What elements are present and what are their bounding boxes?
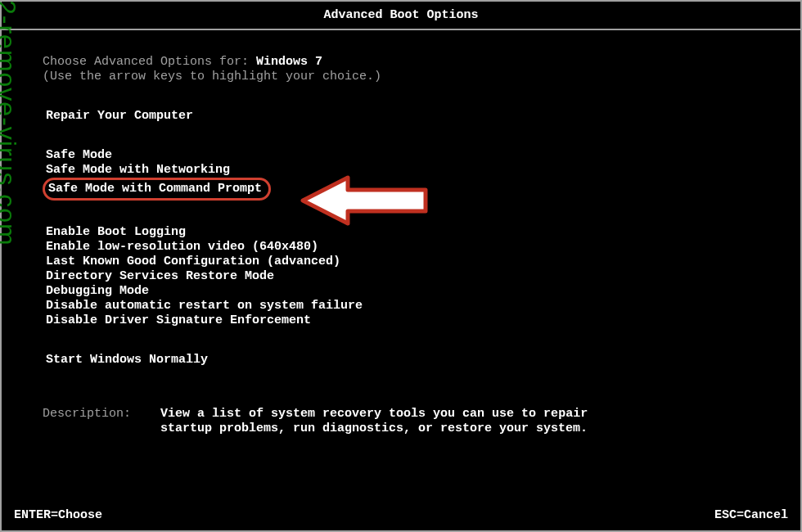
menu-boot-logging[interactable]: Enable Boot Logging: [43, 225, 189, 240]
description-text-1: View a list of system recovery tools you…: [160, 407, 588, 421]
menu-directory-restore[interactable]: Directory Services Restore Mode: [43, 269, 277, 284]
menu-safe-mode-cmd-highlighted[interactable]: Safe Mode with Command Prompt: [43, 178, 271, 201]
menu-repair-section: Repair Your Computer: [43, 109, 759, 124]
menu-start-normally[interactable]: Start Windows Normally: [43, 353, 211, 367]
intro-line: Choose Advanced Options for: Windows 7: [43, 55, 759, 70]
menu-debugging[interactable]: Debugging Mode: [43, 284, 152, 299]
arrow-icon: [295, 164, 442, 237]
description-block: Description: View a list of system recov…: [43, 407, 759, 436]
menu-normal-section: Start Windows Normally: [43, 353, 759, 367]
menu-low-res[interactable]: Enable low-resolution video (640x480): [43, 240, 322, 255]
boot-screen: Advanced Boot Options Choose Advanced Op…: [0, 0, 802, 532]
os-name: Windows 7: [256, 55, 322, 69]
footer-bar: ENTER=Choose ESC=Cancel: [14, 508, 788, 522]
menu-safe-mode-networking[interactable]: Safe Mode with Networking: [43, 163, 233, 178]
description-label: Description:: [43, 407, 131, 421]
footer-enter: ENTER=Choose: [14, 508, 102, 522]
menu-repair[interactable]: Repair Your Computer: [43, 109, 196, 124]
hint-line: (Use the arrow keys to highlight your ch…: [43, 70, 759, 84]
pointer-arrow-overlay: [295, 164, 442, 241]
page-title: Advanced Boot Options: [2, 2, 800, 30]
description-text-2: startup problems, run diagnostics, or re…: [160, 422, 588, 435]
menu-safe-mode[interactable]: Safe Mode: [43, 148, 115, 163]
menu-disable-driver-sig[interactable]: Disable Driver Signature Enforcement: [43, 313, 314, 328]
menu-disable-restart[interactable]: Disable automatic restart on system fail…: [43, 299, 366, 313]
footer-esc: ESC=Cancel: [714, 508, 788, 522]
menu-last-known-good[interactable]: Last Known Good Configuration (advanced): [43, 255, 344, 269]
